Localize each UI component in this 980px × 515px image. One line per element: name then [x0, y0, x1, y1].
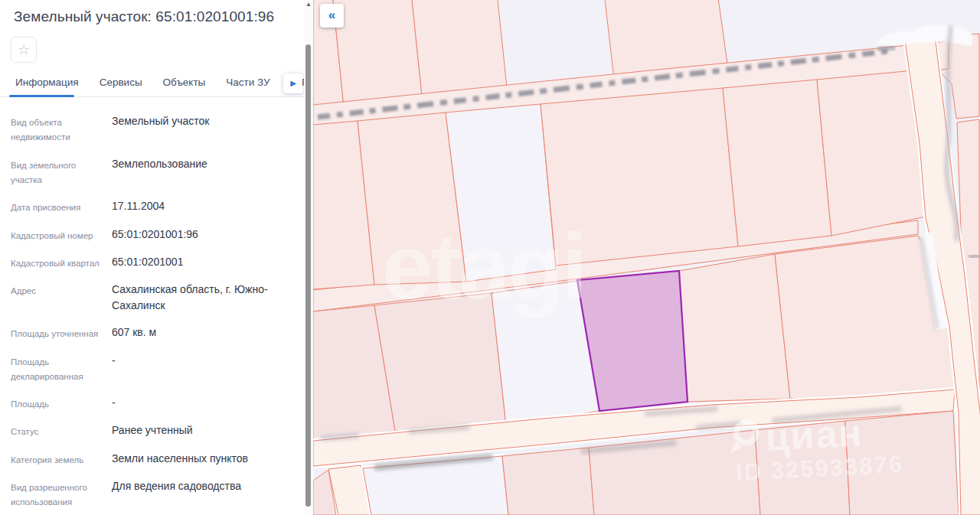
- attribute-row: Вид земельного участкаЗемлепользование: [11, 156, 290, 188]
- panel-scrollbar[interactable]: ▲: [304, 0, 313, 515]
- attribute-row: Площадь декларированная-: [11, 353, 290, 385]
- attribute-row: Категория земельЗемли населенных пунктов: [11, 451, 290, 468]
- attribute-row: Вид объекта недвижимостиЗемельный участо…: [11, 113, 290, 145]
- tab-services[interactable]: Сервисы: [100, 73, 142, 96]
- attribute-row: АдресСахалинская область, г. Южно-Сахали…: [11, 282, 290, 314]
- favorite-button[interactable]: ☆: [11, 37, 37, 63]
- tab-objects[interactable]: Объекты: [163, 73, 206, 96]
- chevron-right-icon: ▶: [290, 80, 296, 87]
- attributes-list: Вид объекта недвижимостиЗемельный участо…: [11, 113, 290, 515]
- attribute-row: Вид разрешенного использованияДля ведени…: [11, 478, 290, 510]
- app-window: Земельный участок: 65:01:0201001:96 ☆ Ин…: [0, 0, 980, 515]
- attribute-row: Кадастровый квартал65:01:0201001: [11, 254, 290, 271]
- star-icon: ☆: [18, 43, 30, 57]
- scroll-up-arrow-icon[interactable]: ▲: [304, 1, 313, 8]
- page-title: Земельный участок: 65:01:0201001:96: [14, 8, 290, 25]
- attribute-row: СтатусРанее учтенный: [11, 422, 290, 439]
- active-tab-underline: [9, 95, 74, 97]
- attribute-row: Дата присвоения17.11.2004: [11, 198, 290, 215]
- attribute-row: Площадь-: [11, 395, 290, 412]
- collapse-panel-button[interactable]: «: [320, 4, 344, 28]
- scrollbar-thumb[interactable]: [305, 44, 311, 507]
- tab-parcel-parts[interactable]: Части ЗУ: [226, 73, 270, 96]
- svg-text:циан: циан: [765, 411, 864, 459]
- double-chevron-left-icon: «: [328, 8, 335, 21]
- attribute-row: Площадь уточненная607 кв. м: [11, 324, 290, 341]
- attribute-row: Кадастровый номер65:01:0201001:96: [11, 227, 290, 243]
- tab-bar: Информация Сервисы Объекты Части ЗУ Сост…: [0, 73, 304, 97]
- tab-information[interactable]: Информация: [15, 73, 79, 96]
- parcel-info-panel: Земельный участок: 65:01:0201001:96 ☆ Ин…: [0, 0, 304, 515]
- tabs-scroll-right-button[interactable]: ▶: [283, 73, 303, 93]
- cadastral-map[interactable]: etagi циан ID 325933876 «: [313, 0, 980, 515]
- map-watermark-etagi: etagi: [382, 215, 585, 318]
